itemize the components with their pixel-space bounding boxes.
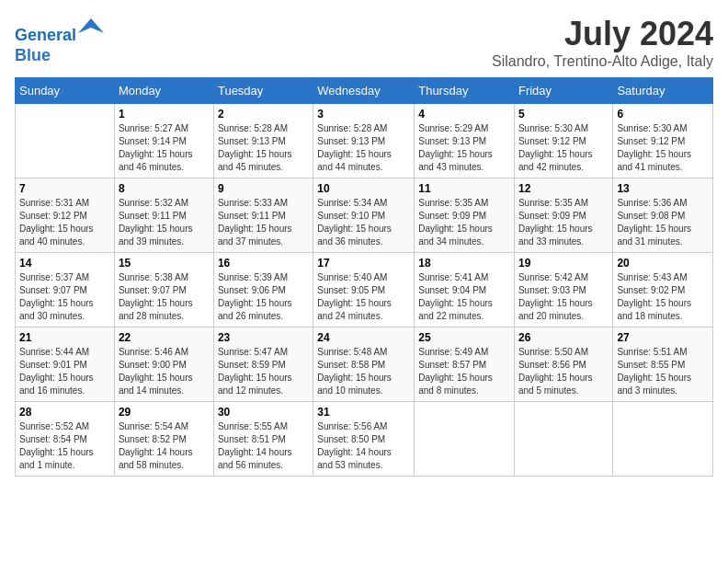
day-number: 4 [418,108,510,121]
day-info: Sunrise: 5:33 AM Sunset: 9:11 PM Dayligh… [218,197,309,248]
calendar-cell: 23Sunrise: 5:47 AM Sunset: 8:59 PM Dayli… [213,327,313,402]
calendar-week-4: 21Sunrise: 5:44 AM Sunset: 9:01 PM Dayli… [16,327,713,402]
day-number: 17 [317,257,410,270]
day-number: 1 [119,108,210,121]
calendar-cell: 16Sunrise: 5:39 AM Sunset: 9:06 PM Dayli… [213,253,313,327]
day-info: Sunrise: 5:51 AM Sunset: 8:55 PM Dayligh… [617,346,709,397]
day-info: Sunrise: 5:56 AM Sunset: 8:50 PM Dayligh… [317,420,410,472]
header-thursday: Thursday [415,78,515,104]
day-info: Sunrise: 5:40 AM Sunset: 9:05 PM Dayligh… [317,271,410,323]
day-info: Sunrise: 5:42 AM Sunset: 9:03 PM Dayligh… [518,271,609,323]
day-info: Sunrise: 5:43 AM Sunset: 9:02 PM Dayligh… [617,271,709,323]
calendar-cell: 12Sunrise: 5:35 AM Sunset: 9:09 PM Dayli… [514,178,612,253]
day-info: Sunrise: 5:28 AM Sunset: 9:13 PM Dayligh… [218,122,309,174]
day-info: Sunrise: 5:50 AM Sunset: 8:56 PM Dayligh… [518,346,609,397]
day-number: 27 [617,331,709,344]
day-info: Sunrise: 5:54 AM Sunset: 8:52 PM Dayligh… [119,420,210,472]
day-info: Sunrise: 5:49 AM Sunset: 8:57 PM Dayligh… [418,346,510,397]
day-info: Sunrise: 5:39 AM Sunset: 9:06 PM Dayligh… [218,271,309,323]
calendar-cell: 14Sunrise: 5:37 AM Sunset: 9:07 PM Dayli… [16,253,115,327]
day-number: 7 [19,182,110,195]
header-saturday: Saturday [613,78,713,104]
logo: General Blue [15,15,104,65]
day-info: Sunrise: 5:35 AM Sunset: 9:09 PM Dayligh… [418,197,510,248]
day-number: 15 [119,257,210,270]
location-subtitle: Silandro, Trentino-Alto Adige, Italy [492,53,713,70]
calendar-cell: 25Sunrise: 5:49 AM Sunset: 8:57 PM Dayli… [415,327,515,402]
calendar-cell: 29Sunrise: 5:54 AM Sunset: 8:52 PM Dayli… [114,402,213,477]
calendar-cell: 20Sunrise: 5:43 AM Sunset: 9:02 PM Dayli… [613,253,713,327]
day-number: 30 [218,406,309,419]
calendar-cell: 4Sunrise: 5:29 AM Sunset: 9:13 PM Daylig… [415,104,515,178]
calendar-cell [415,402,515,477]
day-info: Sunrise: 5:41 AM Sunset: 9:04 PM Dayligh… [418,271,510,323]
day-number: 10 [317,182,410,195]
header-wednesday: Wednesday [313,78,415,104]
day-number: 25 [418,331,510,344]
day-info: Sunrise: 5:36 AM Sunset: 9:08 PM Dayligh… [617,197,709,248]
day-info: Sunrise: 5:30 AM Sunset: 9:12 PM Dayligh… [617,122,709,174]
calendar-cell [16,104,115,178]
day-number: 12 [518,182,609,195]
calendar-cell: 30Sunrise: 5:55 AM Sunset: 8:51 PM Dayli… [213,402,313,477]
calendar-cell: 3Sunrise: 5:28 AM Sunset: 9:13 PM Daylig… [313,104,415,178]
day-info: Sunrise: 5:30 AM Sunset: 9:12 PM Dayligh… [518,122,609,174]
day-info: Sunrise: 5:38 AM Sunset: 9:07 PM Dayligh… [119,271,210,323]
day-number: 20 [617,257,709,270]
day-info: Sunrise: 5:44 AM Sunset: 9:01 PM Dayligh… [19,346,110,397]
day-number: 19 [518,257,609,270]
calendar-cell: 17Sunrise: 5:40 AM Sunset: 9:05 PM Dayli… [313,253,415,327]
calendar-cell: 26Sunrise: 5:50 AM Sunset: 8:56 PM Dayli… [514,327,612,402]
calendar-table: SundayMondayTuesdayWednesdayThursdayFrid… [15,77,713,477]
header-tuesday: Tuesday [213,78,313,104]
calendar-week-3: 14Sunrise: 5:37 AM Sunset: 9:07 PM Dayli… [16,253,713,327]
calendar-cell: 19Sunrise: 5:42 AM Sunset: 9:03 PM Dayli… [514,253,612,327]
calendar-cell: 7Sunrise: 5:31 AM Sunset: 9:12 PM Daylig… [16,178,115,253]
day-number: 5 [518,108,609,121]
logo-line1: General [15,26,76,44]
logo-bird-icon [78,15,104,40]
day-number: 16 [218,257,309,270]
calendar-cell: 21Sunrise: 5:44 AM Sunset: 9:01 PM Dayli… [16,327,115,402]
day-number: 24 [317,331,410,344]
day-number: 23 [218,331,309,344]
day-number: 3 [317,108,410,121]
title-area: July 2024 Silandro, Trentino-Alto Adige,… [492,15,713,70]
day-number: 18 [418,257,510,270]
day-number: 29 [119,406,210,419]
calendar-header-row: SundayMondayTuesdayWednesdayThursdayFrid… [16,78,713,104]
calendar-week-5: 28Sunrise: 5:52 AM Sunset: 8:54 PM Dayli… [16,402,713,477]
day-number: 28 [19,406,110,419]
calendar-cell: 28Sunrise: 5:52 AM Sunset: 8:54 PM Dayli… [16,402,115,477]
day-number: 6 [617,108,709,121]
calendar-cell: 24Sunrise: 5:48 AM Sunset: 8:58 PM Dayli… [313,327,415,402]
day-info: Sunrise: 5:37 AM Sunset: 9:07 PM Dayligh… [19,271,110,323]
header-sunday: Sunday [16,78,115,104]
day-info: Sunrise: 5:34 AM Sunset: 9:10 PM Dayligh… [317,197,410,248]
calendar-week-1: 1Sunrise: 5:27 AM Sunset: 9:14 PM Daylig… [16,104,713,178]
day-info: Sunrise: 5:52 AM Sunset: 8:54 PM Dayligh… [19,420,110,472]
calendar-cell: 9Sunrise: 5:33 AM Sunset: 9:11 PM Daylig… [213,178,313,253]
day-number: 2 [218,108,309,121]
svg-marker-0 [78,18,104,33]
month-title: July 2024 [492,15,713,53]
day-number: 13 [617,182,709,195]
calendar-cell: 10Sunrise: 5:34 AM Sunset: 9:10 PM Dayli… [313,178,415,253]
calendar-cell: 13Sunrise: 5:36 AM Sunset: 9:08 PM Dayli… [613,178,713,253]
calendar-cell: 15Sunrise: 5:38 AM Sunset: 9:07 PM Dayli… [114,253,213,327]
day-number: 8 [119,182,210,195]
day-number: 26 [518,331,609,344]
day-info: Sunrise: 5:46 AM Sunset: 9:00 PM Dayligh… [119,346,210,397]
calendar-cell: 1Sunrise: 5:27 AM Sunset: 9:14 PM Daylig… [114,104,213,178]
calendar-cell [613,402,713,477]
day-info: Sunrise: 5:28 AM Sunset: 9:13 PM Dayligh… [317,122,410,174]
day-info: Sunrise: 5:55 AM Sunset: 8:51 PM Dayligh… [218,420,309,472]
calendar-cell: 27Sunrise: 5:51 AM Sunset: 8:55 PM Dayli… [613,327,713,402]
day-info: Sunrise: 5:47 AM Sunset: 8:59 PM Dayligh… [218,346,309,397]
header-friday: Friday [514,78,612,104]
day-info: Sunrise: 5:48 AM Sunset: 8:58 PM Dayligh… [317,346,410,397]
day-number: 11 [418,182,510,195]
calendar-cell: 5Sunrise: 5:30 AM Sunset: 9:12 PM Daylig… [514,104,612,178]
calendar-week-2: 7Sunrise: 5:31 AM Sunset: 9:12 PM Daylig… [16,178,713,253]
calendar-cell: 11Sunrise: 5:35 AM Sunset: 9:09 PM Dayli… [415,178,515,253]
